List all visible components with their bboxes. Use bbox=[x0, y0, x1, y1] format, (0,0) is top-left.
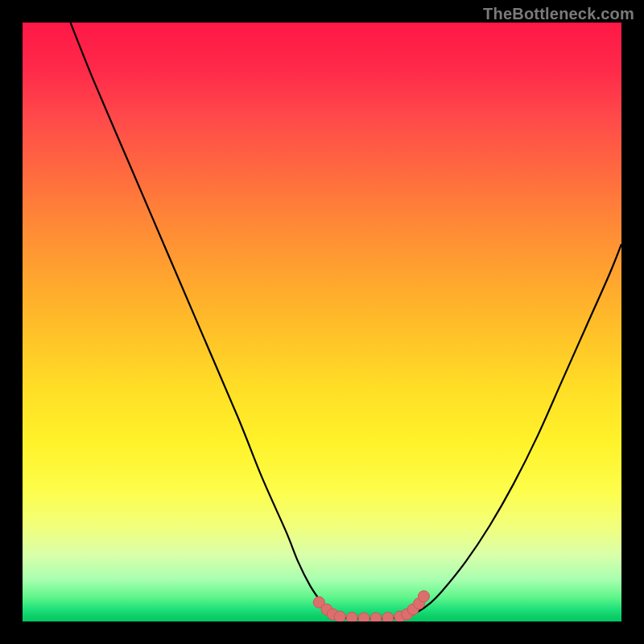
marker-dot bbox=[358, 613, 369, 621]
marker-dot bbox=[346, 613, 357, 621]
optimal-markers bbox=[313, 591, 429, 621]
marker-dot bbox=[418, 591, 429, 602]
curve-svg bbox=[23, 23, 621, 621]
marker-dot bbox=[370, 613, 382, 621]
marker-dot bbox=[334, 611, 345, 621]
bottleneck-curve bbox=[71, 23, 621, 618]
chart-frame: TheBottleneck.com bbox=[0, 0, 644, 644]
watermark-text: TheBottleneck.com bbox=[483, 5, 634, 23]
marker-dot bbox=[382, 613, 394, 621]
plot-area bbox=[23, 23, 621, 621]
